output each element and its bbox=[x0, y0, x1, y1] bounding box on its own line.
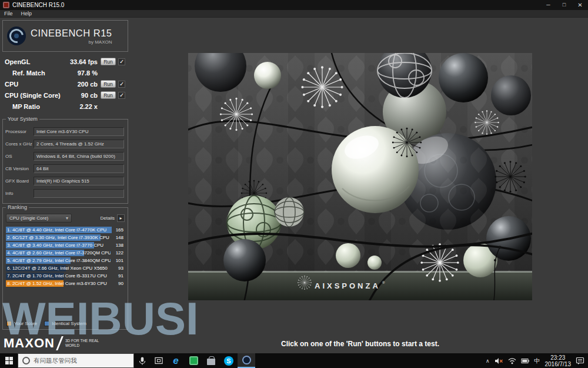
legend-swatch bbox=[6, 321, 12, 326]
ranking-title: Ranking bbox=[6, 204, 29, 210]
menu-file[interactable]: File bbox=[0, 11, 17, 16]
benchmark-value: 200 cb bbox=[66, 81, 101, 88]
ime-indicator[interactable]: 中 bbox=[534, 357, 540, 365]
search-input[interactable]: 有问题尽管问我 bbox=[18, 353, 134, 368]
ranking-label: 6. 12C/24T @ 2.66 GHz, Intel Xeon CPU X5… bbox=[6, 266, 108, 271]
ranking-label: 7. 2C/4T @ 1.70 GHz, Intel Core i5-3317U… bbox=[6, 273, 107, 279]
run-opengl-button[interactable]: Run bbox=[101, 58, 116, 65]
details-button[interactable] bbox=[117, 214, 125, 222]
store-bag-icon bbox=[207, 359, 215, 365]
task-view-icon bbox=[155, 357, 163, 364]
ranking-header: CPU (Single Core) Details bbox=[6, 214, 125, 223]
info-field bbox=[34, 189, 124, 198]
maxon-brand: MAXON bbox=[4, 336, 55, 351]
aixsponza-text: AIXSPONZA bbox=[315, 281, 380, 290]
store-button[interactable] bbox=[202, 353, 220, 368]
benchmark-label: MP Ratio bbox=[2, 103, 66, 110]
cinebench-taskbar-button[interactable] bbox=[238, 353, 255, 368]
start-button[interactable] bbox=[0, 353, 18, 368]
battery-icon[interactable] bbox=[521, 357, 530, 364]
maxon-tagline: 3D FOR THE REAL WORLD bbox=[65, 339, 101, 348]
minimize-button[interactable]: ─ bbox=[540, 0, 556, 10]
ranking-label: 4. 4C/8T @ 2.60 GHz, Intel Core i7-3720Q… bbox=[6, 250, 111, 256]
menu-help[interactable]: Help bbox=[17, 11, 36, 16]
skype-button[interactable]: S bbox=[220, 353, 238, 368]
cores-ghz-field: 2 Cores, 4 Threads @ 1.52 GHz bbox=[34, 140, 124, 148]
render-scene: AIXSPONZA ® bbox=[188, 53, 532, 300]
benchmark-value: 33.64 fps bbox=[66, 58, 101, 65]
field-label: Processor bbox=[5, 129, 34, 134]
cinebench-logo-icon bbox=[7, 26, 26, 45]
gfx-board-field: Intel(R) HD Graphics 515 bbox=[34, 177, 124, 185]
wifi-icon[interactable] bbox=[508, 357, 516, 364]
legend-swatch bbox=[44, 321, 49, 326]
ranking-score: 148 bbox=[116, 235, 123, 240]
edge-browser-button[interactable]: e bbox=[167, 353, 185, 368]
system-field-row: Info bbox=[3, 187, 128, 200]
benchmark-list: OpenGL 33.64 fps Run Ref. Match 97.8 % C… bbox=[2, 56, 128, 112]
ranking-label: 5. 4C/8T @ 2.79 GHz, Intel Core i7-3840Q… bbox=[6, 258, 111, 263]
cortana-icon bbox=[22, 357, 30, 364]
ranking-score: 91 bbox=[118, 273, 123, 279]
ranking-row[interactable]: 2. 6C/12T @ 3.30 GHz, Intel Core i7-3930… bbox=[6, 234, 125, 241]
benchmark-label: OpenGL bbox=[2, 58, 66, 65]
ranking-row[interactable]: 4. 4C/8T @ 2.60 GHz, Intel Core i7-3720Q… bbox=[6, 249, 125, 257]
system-field-row: Cores x GHz 2 Cores, 4 Threads @ 1.52 GH… bbox=[3, 138, 128, 150]
run-cpu-single-button[interactable]: Run bbox=[101, 91, 116, 99]
microphone-button[interactable] bbox=[134, 353, 151, 368]
system-tray: ∧ 中 23:23 2016/7/13 bbox=[486, 354, 588, 367]
os-field: Windows 8, 64 Bit, China (build 9200) bbox=[34, 152, 124, 161]
run-hint-text: Click on one of the 'Run' buttons to sta… bbox=[188, 340, 532, 348]
volume-muted-icon[interactable] bbox=[495, 357, 503, 365]
system-field-row: GFX Board Intel(R) HD Graphics 515 bbox=[3, 175, 128, 187]
ranking-row[interactable]: 6. 12C/24T @ 2.66 GHz, Intel Xeon CPU X5… bbox=[6, 264, 125, 272]
benchmark-row-cpu: CPU 200 cb Run bbox=[2, 78, 128, 89]
skype-icon: S bbox=[224, 356, 233, 366]
side-panel: CINEBENCH R15 by MAXON OpenGL 33.64 fps … bbox=[2, 20, 128, 356]
ranking-legend: Your Score Identical System bbox=[6, 321, 86, 326]
microphone-icon bbox=[138, 357, 146, 365]
benchmark-label: Ref. Match bbox=[2, 69, 66, 77]
field-label: GFX Board bbox=[5, 178, 34, 184]
benchmark-row-mpratio: MP Ratio 2.22 x bbox=[2, 101, 128, 112]
ranking-row[interactable]: 7. 2C/4T @ 1.70 GHz, Intel Core i5-3317U… bbox=[6, 272, 125, 280]
cinebench-logo-box: CINEBENCH R15 by MAXON bbox=[2, 20, 128, 52]
search-placeholder: 有问题尽管问我 bbox=[34, 357, 77, 365]
ranking-row[interactable]: 1. 4C/8T @ 4.40 GHz, Intel Core i7-4770K… bbox=[6, 226, 125, 234]
green-app-button[interactable] bbox=[185, 353, 202, 368]
ranking-row[interactable]: 3. 4C/8T @ 3.40 GHz, Intel Core i7-3770 … bbox=[6, 241, 125, 249]
close-button[interactable]: ✕ bbox=[572, 0, 588, 10]
your-system-title: Your System bbox=[6, 116, 39, 122]
field-label: OS bbox=[5, 154, 34, 159]
window-title: CINEBENCH R15.0 bbox=[12, 2, 64, 8]
task-view-button[interactable] bbox=[151, 353, 167, 368]
ranking-section: Ranking CPU (Single Core) Details 1. 4C/… bbox=[2, 207, 128, 330]
cinebench-window: CINEBENCH R15.0 ─ □ ✕ File Help CINEBENC… bbox=[0, 0, 588, 368]
ranking-score: 101 bbox=[116, 258, 123, 263]
action-center-icon[interactable] bbox=[576, 357, 584, 365]
clock[interactable]: 23:23 2016/7/13 bbox=[545, 354, 572, 367]
field-label: Info bbox=[5, 191, 34, 196]
run-cpu-button[interactable]: Run bbox=[101, 80, 116, 88]
cb-version-field: 64 Bit bbox=[34, 164, 124, 173]
windows-logo-icon bbox=[5, 357, 13, 364]
taskbar: 有问题尽管问我 e S bbox=[0, 353, 588, 368]
logo-title: CINEBENCH R15 bbox=[31, 28, 112, 39]
maxon-logo: MAXON 3D FOR THE REAL WORLD bbox=[4, 336, 101, 351]
ranking-score: 90 bbox=[118, 281, 123, 286]
maximize-button[interactable]: □ bbox=[556, 0, 572, 10]
benchmark-value: 97.8 % bbox=[66, 69, 101, 77]
field-label: Cores x GHz bbox=[5, 141, 34, 147]
ranking-list: 1. 4C/8T @ 4.40 GHz, Intel Core i7-4770K… bbox=[3, 225, 128, 287]
tray-time: 23:23 bbox=[545, 354, 572, 361]
benchmark-value: 90 cb bbox=[66, 92, 101, 99]
system-field-row: OS Windows 8, 64 Bit, China (build 9200) bbox=[3, 150, 128, 163]
ranking-row[interactable]: 8. 2C/4T @ 1.52 GHz, Intel Core m3-6Y30 … bbox=[6, 280, 125, 287]
benchmark-row-refmatch: Ref. Match 97.8 % bbox=[2, 67, 128, 78]
cinebench-taskbar-icon bbox=[242, 356, 251, 364]
ranking-row[interactable]: 5. 4C/8T @ 2.79 GHz, Intel Core i7-3840Q… bbox=[6, 257, 125, 264]
tray-expand-chevron-icon[interactable]: ∧ bbox=[486, 358, 490, 364]
ranking-filter-dropdown[interactable]: CPU (Single Core) bbox=[6, 214, 72, 223]
cpu-single-done-check-icon bbox=[118, 92, 125, 99]
processor-field: Intel Core m3-6Y30 CPU bbox=[34, 127, 124, 136]
